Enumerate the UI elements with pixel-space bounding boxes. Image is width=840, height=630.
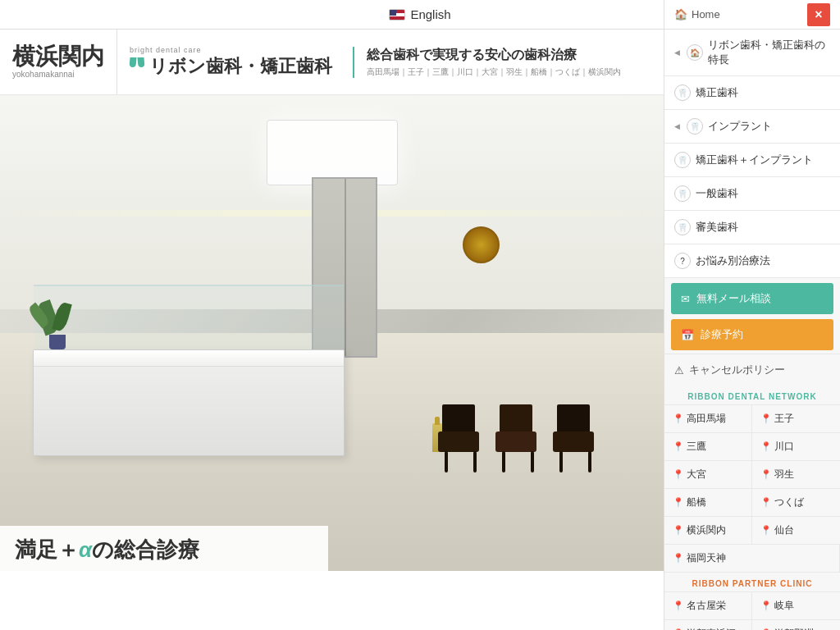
features-label: リボン歯科・矯正歯科の特長: [708, 38, 830, 67]
hero-caption: 満足＋αの総合診療: [0, 526, 328, 571]
network-fukuoka[interactable]: 📍福岡天神: [664, 545, 840, 573]
hero-background: 満足＋αの総合診療: [0, 95, 664, 571]
sidebar-item-implant[interactable]: 🦷 インプラント: [664, 110, 840, 144]
clinic-name-romanji: yokohamakannai: [12, 70, 104, 79]
pin-icon: 📍: [760, 600, 772, 611]
chair-leg-right: [473, 451, 477, 472]
pin-icon: 📍: [673, 441, 684, 452]
caption-sub: の総合診療: [92, 537, 199, 562]
pin-icon: 📍: [760, 525, 772, 536]
ceiling-light: [267, 120, 398, 185]
calendar-icon: 📅: [681, 329, 694, 341]
orthodontics-label: 矯正歯科: [696, 85, 738, 100]
pin-icon: 📍: [673, 553, 684, 564]
network-mitaka[interactable]: 📍三鷹: [664, 433, 752, 461]
pin-icon: 📍: [760, 497, 772, 508]
home-link[interactable]: 🏠 Home: [674, 8, 720, 21]
close-icon: ×: [815, 7, 822, 22]
glass-partition: [34, 285, 344, 350]
reception-desk: [33, 349, 345, 456]
tagline-sub: 高田馬場｜王子｜三鷹｜川口｜大宮｜羽生｜船橋｜つくば｜横浜関内: [367, 66, 651, 78]
network-omiya[interactable]: 📍大宮: [664, 461, 752, 489]
caption-alpha: α: [79, 537, 92, 562]
plant-leaves: [37, 284, 78, 337]
flag-icon: [389, 9, 405, 21]
chair-1: [438, 407, 483, 472]
pin-icon: 📍: [673, 525, 684, 536]
logo-section: 横浜関内 yokohamakannai: [0, 30, 117, 94]
clinic-interior: [0, 95, 664, 571]
concerns-label: お悩み別治療法: [696, 253, 770, 268]
tagline-main: 総合歯科で実現する安心の歯科治療: [367, 47, 651, 64]
pin-icon: 📍: [673, 600, 684, 611]
network-sendai[interactable]: 📍仙台: [752, 517, 840, 545]
chair-2: [495, 407, 541, 472]
network-funabashi[interactable]: 📍船橋: [664, 489, 752, 517]
ribbon-logo: リボン歯科・矯正歯科: [130, 54, 332, 79]
ortho-implant-icon: 🦷: [674, 152, 691, 168]
reservation-label: 診療予約: [701, 327, 743, 342]
network-tsukuba[interactable]: 📍つくば: [752, 489, 840, 517]
language-switcher[interactable]: English: [389, 7, 450, 21]
network-oji[interactable]: 📍王子: [752, 405, 840, 433]
sidebar-item-cosmetic[interactable]: 🦷 審美歯科: [664, 211, 840, 244]
cancel-policy-link[interactable]: ⚠ キャンセルポリシー: [664, 354, 840, 386]
cosmetic-label: 審美歯科: [696, 220, 738, 235]
network-yokohama[interactable]: 📍横浜関内: [664, 517, 752, 545]
sidebar-item-general[interactable]: 🦷 一般歯科: [664, 177, 840, 211]
mail-label: 無料メール相談: [696, 291, 771, 306]
waiting-chairs: [438, 407, 598, 472]
clinic-name-ja: 横浜関内: [12, 45, 104, 68]
cancel-label: キャンセルポリシー: [689, 363, 785, 377]
brand-label: bright dental care: [130, 46, 332, 54]
hero-section: 満足＋αの総合診療: [0, 95, 664, 571]
network-takadanobaba[interactable]: 📍高田馬場: [664, 405, 752, 433]
network-grid: 📍高田馬場 📍王子 📍三鷹 📍川口 📍大宮 📍羽生 📍船橋 📍つくば 📍横浜関内…: [664, 404, 840, 573]
cosmetic-icon: 🦷: [674, 219, 691, 235]
sidebar-header: 🏠 Home ×: [664, 0, 840, 30]
mail-consultation-button[interactable]: ✉ 無料メール相談: [671, 283, 833, 314]
chair-seat: [438, 431, 479, 452]
implant-label: インプラント: [708, 119, 772, 134]
brand-section: bright dental care リボン歯科・矯正歯科: [117, 46, 345, 79]
sidebar: 🏠 Home × 🏠 リボン歯科・矯正歯科の特長 🦷 矯正歯科 🦷 インプラント…: [664, 0, 840, 630]
pin-icon: 📍: [760, 413, 772, 424]
ribbon-clinic-name: リボン歯科・矯正歯科: [149, 54, 332, 79]
network-title: RIBBON DENTAL NETWORK: [664, 386, 840, 404]
close-button[interactable]: ×: [807, 3, 830, 26]
reservation-button[interactable]: 📅 診療予約: [671, 319, 833, 350]
sidebar-item-features[interactable]: 🏠 リボン歯科・矯正歯科の特長: [664, 30, 840, 76]
warning-icon: ⚠: [674, 364, 684, 377]
partner-gifu[interactable]: 📍岐阜: [752, 592, 840, 620]
language-label: English: [410, 7, 450, 21]
implant-icon: 🦷: [687, 118, 703, 135]
pin-icon: 📍: [760, 469, 772, 480]
network-hanyu[interactable]: 📍羽生: [752, 461, 840, 489]
concerns-icon: ?: [674, 253, 691, 269]
pin-icon: 📍: [760, 441, 772, 452]
partner-shiga-higashiomi[interactable]: 📍滋賀東近江: [664, 620, 752, 630]
home-icon: 🏠: [674, 8, 687, 21]
pin-icon: 📍: [673, 469, 684, 480]
home-label: Home: [692, 8, 720, 21]
sidebar-item-concerns[interactable]: ? お悩み別治療法: [664, 244, 840, 278]
mail-icon: ✉: [681, 293, 690, 305]
ortho-implant-label: 矯正歯科＋インプラント: [696, 153, 813, 167]
chair-back: [442, 404, 475, 433]
network-kawaguchi[interactable]: 📍川口: [752, 433, 840, 461]
partner-title: RIBBON PARTNER CLINIC: [664, 573, 840, 591]
partner-grid: 📍名古屋栄 📍岐阜 📍滋賀東近江 📍滋賀野洲: [664, 591, 840, 630]
sidebar-item-orthodontics[interactable]: 🦷 矯正歯科: [664, 76, 840, 110]
wall-decoration: [463, 226, 500, 263]
caption-text: 満足＋αの総合診療: [15, 536, 313, 564]
chair-leg-left: [445, 451, 448, 472]
pin-icon: 📍: [673, 497, 684, 508]
caption-main: 満足＋: [15, 537, 79, 562]
plant: [37, 284, 78, 349]
logo-block: 横浜関内 yokohamakannai: [12, 45, 104, 79]
partner-shiga-yasu[interactable]: 📍滋賀野洲: [752, 620, 840, 630]
sidebar-item-ortho-implant[interactable]: 🦷 矯正歯科＋インプラント: [664, 144, 840, 177]
tagline-section: 総合歯科で実現する安心の歯科治療 高田馬場｜王子｜三鷹｜川口｜大宮｜羽生｜船橋｜…: [353, 47, 664, 78]
orthodontics-icon: 🦷: [674, 84, 691, 101]
partner-nagoya[interactable]: 📍名古屋栄: [664, 592, 752, 620]
